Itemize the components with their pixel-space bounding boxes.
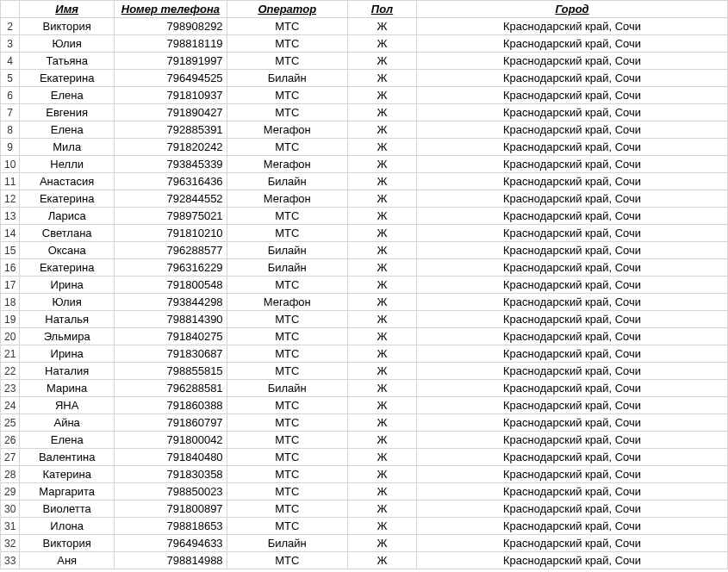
cell-operator[interactable]: Билайн [227, 173, 347, 190]
cell-sex[interactable]: Ж [347, 414, 416, 432]
cell-city[interactable]: Краснодарский край, Сочи [417, 70, 728, 87]
cell-city[interactable]: Краснодарский край, Сочи [417, 552, 728, 569]
cell-sex[interactable]: Ж [347, 466, 416, 483]
cell-operator[interactable]: МТС [227, 208, 347, 225]
row-number[interactable]: 8 [1, 121, 20, 139]
cell-name[interactable]: Айна [20, 414, 115, 432]
cell-sex[interactable]: Ж [347, 242, 416, 259]
cell-name[interactable]: Аня [20, 552, 115, 569]
cell-name[interactable]: Маргарита [20, 483, 115, 501]
cell-city[interactable]: Краснодарский край, Сочи [417, 311, 728, 328]
cell-city[interactable]: Краснодарский край, Сочи [417, 328, 728, 345]
cell-name[interactable]: Елена [20, 87, 115, 104]
cell-operator[interactable]: МТС [227, 225, 347, 242]
cell-sex[interactable]: Ж [347, 70, 416, 87]
cell-city[interactable]: Краснодарский край, Сочи [417, 518, 728, 535]
cell-sex[interactable]: Ж [347, 190, 416, 208]
cell-name[interactable]: Ирина [20, 345, 115, 363]
cell-city[interactable]: Краснодарский край, Сочи [417, 363, 728, 380]
cell-operator[interactable]: Билайн [227, 535, 347, 552]
cell-name[interactable]: Екатерина [20, 259, 115, 277]
cell-operator[interactable]: МТС [227, 397, 347, 414]
row-number[interactable]: 19 [1, 311, 20, 328]
cell-phone[interactable]: 798908292 [115, 18, 227, 35]
cell-sex[interactable]: Ж [347, 139, 416, 156]
cell-sex[interactable]: Ж [347, 87, 416, 104]
row-number[interactable]: 12 [1, 190, 20, 208]
cell-operator[interactable]: МТС [227, 414, 347, 432]
row-number[interactable]: 14 [1, 225, 20, 242]
cell-name[interactable]: Светлана [20, 225, 115, 242]
cell-phone[interactable]: 798975021 [115, 208, 227, 225]
cell-sex[interactable]: Ж [347, 35, 416, 53]
cell-phone[interactable]: 798850023 [115, 483, 227, 501]
cell-sex[interactable]: Ж [347, 518, 416, 535]
row-number[interactable]: 2 [1, 18, 20, 35]
row-number[interactable]: 22 [1, 363, 20, 380]
cell-sex[interactable]: Ж [347, 397, 416, 414]
cell-city[interactable]: Краснодарский край, Сочи [417, 208, 728, 225]
cell-operator[interactable]: МТС [227, 139, 347, 156]
cell-phone[interactable]: 793844298 [115, 294, 227, 311]
cell-sex[interactable]: Ж [347, 104, 416, 121]
row-number[interactable]: 3 [1, 35, 20, 53]
row-number[interactable]: 16 [1, 259, 20, 277]
cell-phone[interactable]: 791830687 [115, 345, 227, 363]
cell-city[interactable]: Краснодарский край, Сочи [417, 466, 728, 483]
cell-phone[interactable]: 791840275 [115, 328, 227, 345]
cell-city[interactable]: Краснодарский край, Сочи [417, 190, 728, 208]
header-operator[interactable]: Оператор [227, 1, 347, 18]
cell-phone[interactable]: 791860797 [115, 414, 227, 432]
row-number[interactable]: 31 [1, 518, 20, 535]
cell-phone[interactable]: 791891997 [115, 53, 227, 70]
cell-phone[interactable]: 798818653 [115, 518, 227, 535]
cell-operator[interactable]: Билайн [227, 380, 347, 397]
row-number[interactable]: 33 [1, 552, 20, 569]
cell-city[interactable]: Краснодарский край, Сочи [417, 53, 728, 70]
cell-phone[interactable]: 791820242 [115, 139, 227, 156]
cell-phone[interactable]: 796316229 [115, 259, 227, 277]
cell-sex[interactable]: Ж [347, 311, 416, 328]
cell-operator[interactable]: МТС [227, 501, 347, 518]
cell-phone[interactable]: 793845339 [115, 156, 227, 173]
cell-name[interactable]: Катерина [20, 466, 115, 483]
cell-sex[interactable]: Ж [347, 363, 416, 380]
cell-operator[interactable]: МТС [227, 466, 347, 483]
cell-phone[interactable]: 791890427 [115, 104, 227, 121]
cell-phone[interactable]: 798855815 [115, 363, 227, 380]
cell-name[interactable]: Марина [20, 380, 115, 397]
cell-phone[interactable]: 791830358 [115, 466, 227, 483]
cell-phone[interactable]: 791860388 [115, 397, 227, 414]
cell-name[interactable]: Татьяна [20, 53, 115, 70]
cell-name[interactable]: Виолетта [20, 501, 115, 518]
cell-operator[interactable]: МТС [227, 363, 347, 380]
cell-city[interactable]: Краснодарский край, Сочи [417, 173, 728, 190]
row-number[interactable]: 13 [1, 208, 20, 225]
cell-sex[interactable]: Ж [347, 53, 416, 70]
row-number[interactable]: 30 [1, 501, 20, 518]
cell-name[interactable]: Виктория [20, 18, 115, 35]
cell-city[interactable]: Краснодарский край, Сочи [417, 87, 728, 104]
cell-operator[interactable]: Мегафон [227, 294, 347, 311]
row-number[interactable]: 7 [1, 104, 20, 121]
cell-city[interactable]: Краснодарский край, Сочи [417, 259, 728, 277]
cell-sex[interactable]: Ж [347, 432, 416, 449]
cell-sex[interactable]: Ж [347, 535, 416, 552]
cell-sex[interactable]: Ж [347, 345, 416, 363]
cell-operator[interactable]: Мегафон [227, 156, 347, 173]
cell-sex[interactable]: Ж [347, 225, 416, 242]
cell-city[interactable]: Краснодарский край, Сочи [417, 345, 728, 363]
cell-operator[interactable]: МТС [227, 518, 347, 535]
cell-phone[interactable]: 798818119 [115, 35, 227, 53]
header-sex[interactable]: Пол [347, 1, 416, 18]
cell-city[interactable]: Краснодарский край, Сочи [417, 397, 728, 414]
cell-phone[interactable]: 792844552 [115, 190, 227, 208]
row-number[interactable]: 4 [1, 53, 20, 70]
cell-name[interactable]: Екатерина [20, 190, 115, 208]
cell-city[interactable]: Краснодарский край, Сочи [417, 414, 728, 432]
cell-name[interactable]: Юлия [20, 294, 115, 311]
cell-operator[interactable]: МТС [227, 345, 347, 363]
cell-phone[interactable]: 791840480 [115, 449, 227, 466]
cell-city[interactable]: Краснодарский край, Сочи [417, 380, 728, 397]
row-number[interactable]: 32 [1, 535, 20, 552]
